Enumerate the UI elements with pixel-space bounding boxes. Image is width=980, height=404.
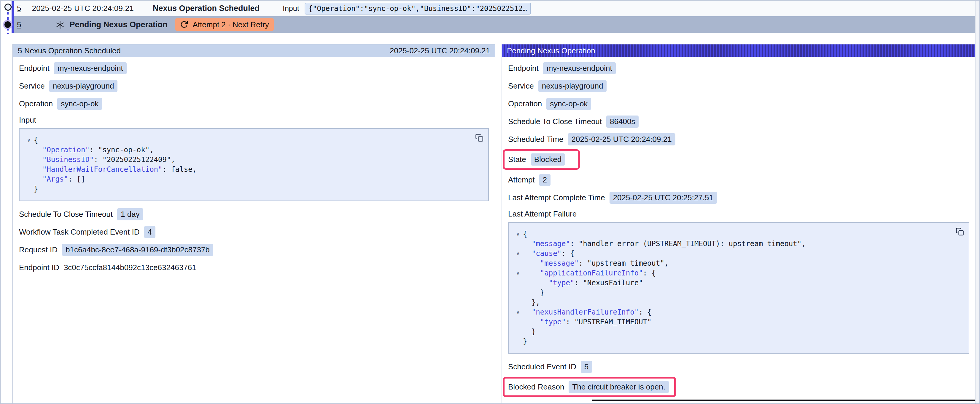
selected-event-accent-bar (11, 1, 14, 33)
field-attempt: Attempt 2 (508, 174, 969, 186)
pending-asterisk-icon (56, 20, 65, 29)
code-line: } (513, 288, 948, 298)
code-line: ∨ "applicationFailureInfo": { (513, 268, 948, 278)
code-line: ∨{ (24, 135, 468, 145)
pending-panel-header: Pending Nexus Operation (502, 44, 975, 57)
code-line: "type": "UPSTREAM_TIMEOUT" (513, 317, 948, 327)
code-line: "HandlerWaitForCancellation": false, (24, 165, 468, 174)
event-id-link[interactable]: 5 (17, 4, 21, 13)
input-code-label: Input (19, 116, 489, 125)
scheduled-panel-body: Endpoint my-nexus-endpoint Service nexus… (13, 57, 495, 285)
event-input-label: Input (283, 4, 299, 13)
event-detail-panels: 5 Nexus Operation Scheduled 2025-02-25 U… (13, 44, 976, 404)
temporal-event-history-screen: 5 2025-02-25 UTC 20:24:09.21 Nexus Opera… (0, 0, 980, 404)
field-scheduled-event-id: Scheduled Event ID 5 (508, 361, 969, 372)
event-list: 5 2025-02-25 UTC 20:24:09.21 Nexus Opera… (14, 1, 975, 33)
endpoint-id-link[interactable]: 3c0c75ccfa8144b092c13ce632463761 (64, 261, 196, 274)
scheduled-panel-header: 5 Nexus Operation Scheduled 2025-02-25 U… (13, 44, 495, 57)
code-lines: ∨{ "message": "handler error (UPSTREAM_T… (513, 229, 948, 347)
field-endpoint: Endpoint my-nexus-endpoint (19, 62, 489, 74)
pending-panel-body: Endpoint my-nexus-endpoint Service nexus… (502, 57, 975, 404)
code-line: } (513, 327, 948, 337)
copy-icon[interactable] (475, 133, 484, 142)
rotate-cw-icon (180, 21, 188, 29)
failure-code-label: Last Attempt Failure (508, 209, 969, 219)
copy-icon[interactable] (956, 228, 964, 236)
field-state-highlighted: State Blocked (503, 149, 580, 170)
event-title: Pending Nexus Operation (69, 20, 167, 29)
panel-title: 5 Nexus Operation Scheduled (18, 46, 121, 55)
event-timestamp: 2025-02-25 UTC 20:24:09.21 (32, 4, 134, 13)
window-bottom-edge (592, 399, 975, 401)
panel-title: Pending Nexus Operation (507, 46, 595, 55)
code-line: } (513, 337, 948, 347)
chevron-down-icon[interactable]: ∨ (24, 135, 34, 145)
event-title: Nexus Operation Scheduled (153, 4, 259, 13)
timeline-current-node-icon (5, 21, 11, 28)
event-input-preview-badge: {"Operation":"sync-op-ok","BusinessID":"… (305, 3, 531, 14)
code-lines: ∨{ "Operation": "sync-op-ok", "BusinessI… (24, 135, 468, 194)
code-line: "message": "upstream timeout", (513, 258, 948, 268)
code-line: }, (513, 298, 948, 307)
event-id-link[interactable]: 5 (17, 20, 21, 29)
field-scheduled-time: Scheduled Time 2025-02-25 UTC 20:24:09.2… (508, 133, 969, 145)
panel-timestamp: 2025-02-25 UTC 20:24:09.21 (390, 46, 490, 55)
field-blocked-reason-highlighted: Blocked Reason The circuit breaker is op… (503, 377, 676, 397)
retry-badge-label: Attempt 2 · Next Retry (193, 20, 269, 29)
field-service: Service nexus-playground (19, 80, 489, 92)
chevron-down-icon[interactable]: ∨ (513, 307, 523, 317)
input-json-viewer: ∨{ "Operation": "sync-op-ok", "BusinessI… (19, 128, 489, 201)
event-row-nexus-operation-scheduled[interactable]: 5 2025-02-25 UTC 20:24:09.21 Nexus Opera… (14, 1, 975, 16)
field-workflow-task-completed-event-id: Workflow Task Completed Event ID 4 (19, 226, 489, 238)
field-endpoint: Endpoint my-nexus-endpoint (508, 62, 969, 74)
failure-json-viewer: ∨{ "message": "handler error (UPSTREAM_T… (508, 222, 969, 354)
chevron-down-icon[interactable]: ∨ (513, 268, 523, 278)
scheduled-event-detail-panel: 5 Nexus Operation Scheduled 2025-02-25 U… (13, 44, 495, 404)
vertical-scrollbar[interactable] (975, 1, 979, 403)
code-line: "Args": [] (24, 174, 468, 184)
field-operation: Operation sync-op-ok (508, 98, 969, 109)
state-badge: Blocked (531, 154, 565, 166)
code-line: ∨ "cause": { (513, 249, 948, 258)
chevron-down-icon[interactable]: ∨ (513, 229, 523, 239)
code-line: "type": "NexusFailure" (513, 278, 948, 288)
blocked-reason-badge: The circuit breaker is open. (569, 381, 669, 393)
code-line: ∨{ (513, 229, 948, 239)
pending-operation-panel: Pending Nexus Operation Endpoint my-nexu… (501, 44, 976, 404)
chevron-down-icon[interactable]: ∨ (513, 249, 523, 258)
field-schedule-to-close-timeout: Schedule To Close Timeout 1 day (19, 208, 489, 220)
field-schedule-to-close-timeout: Schedule To Close Timeout 86400s (508, 116, 969, 127)
field-operation: Operation sync-op-ok (19, 98, 489, 109)
field-last-attempt-complete-time: Last Attempt Complete Time 2025-02-25 UT… (508, 192, 969, 203)
retry-status-badge: Attempt 2 · Next Retry (175, 18, 274, 31)
event-row-pending-nexus-operation[interactable]: 5 Pending Nexus Operation Attempt 2 · Ne… (14, 16, 975, 33)
code-line: ∨ "nexusHandlerFailureInfo": { (513, 307, 948, 317)
code-line: "Operation": "sync-op-ok", (24, 145, 468, 155)
code-line: "BusinessID": "20250225122409", (24, 155, 468, 165)
field-endpoint-id: Endpoint ID 3c0c75ccfa8144b092c13ce63246… (19, 261, 489, 273)
field-service: Service nexus-playground (508, 80, 969, 92)
code-line: } (24, 184, 468, 194)
code-line: "message": "handler error (UPSTREAM_TIME… (513, 239, 948, 249)
timeline-open-node-icon (5, 3, 11, 11)
field-request-id: Request ID b1c6a4bc-8ee7-468a-9169-df3b0… (19, 244, 489, 256)
